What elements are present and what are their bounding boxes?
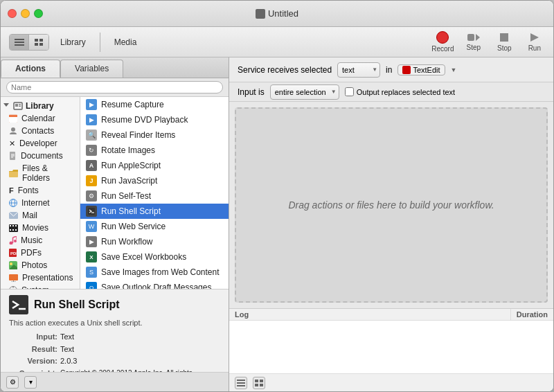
view-toggle	[9, 34, 49, 51]
app-select-wrapper: ▼	[451, 66, 457, 73]
log-view-list-button[interactable]	[235, 377, 247, 389]
expand-icon	[3, 103, 9, 109]
version-label: Version:	[9, 355, 57, 368]
sidebar-item-library[interactable]: Library	[1, 100, 80, 112]
stop-icon	[499, 32, 510, 43]
svg-rect-34	[15, 229, 17, 231]
svg-marker-10	[530, 33, 539, 42]
sidebar-item-photos[interactable]: Photos	[1, 259, 80, 271]
svg-rect-13	[19, 104, 21, 105]
sidebar-item-documents[interactable]: Documents	[1, 150, 80, 162]
svg-rect-66	[260, 384, 263, 386]
run-button[interactable]: Run	[524, 30, 545, 53]
record-button[interactable]: Record	[431, 31, 454, 53]
svg-rect-1	[15, 42, 24, 43]
sidebar-item-developer[interactable]: ✕ Developer	[1, 137, 80, 150]
action-item-selected[interactable]: Run Shell Script	[80, 204, 229, 219]
result-value: Text	[60, 344, 74, 356]
library-icon	[13, 101, 23, 111]
info-header: Run Shell Script	[9, 295, 220, 314]
version-value: 2.0.3	[60, 355, 77, 368]
icon-view-button[interactable]	[29, 35, 48, 50]
stop-button[interactable]: Stop	[493, 30, 516, 53]
action-item[interactable]: W Run Web Service	[80, 219, 229, 234]
action-icon: J	[86, 175, 97, 186]
search-input[interactable]	[6, 81, 223, 93]
input-is-select[interactable]: entire selection each item	[270, 84, 339, 100]
log-icon-view-icon	[255, 380, 263, 386]
action-icon: ▶	[86, 99, 97, 110]
info-row-input: Input: Text	[9, 331, 220, 344]
close-button[interactable]	[8, 9, 17, 18]
sidebar-item-music[interactable]: Music	[1, 234, 80, 247]
action-icon	[86, 206, 97, 217]
action-item[interactable]: ▶ Run Workflow	[80, 234, 229, 249]
movies-icon	[9, 224, 18, 232]
svg-point-18	[11, 127, 15, 132]
action-item[interactable]: S Save Images from Web Content	[80, 265, 229, 280]
sidebar-item-movies[interactable]: Movies	[1, 222, 80, 234]
action-item[interactable]: J Run JavaScript	[80, 173, 229, 188]
stop-label: Stop	[497, 44, 512, 52]
run-label: Run	[528, 44, 541, 52]
sidebar-item-mail[interactable]: Mail	[1, 209, 80, 222]
main-content: Actions Variables	[1, 57, 553, 391]
library-label: Library	[60, 37, 86, 47]
sidebar-item-internet[interactable]: Internet	[1, 197, 80, 209]
input-is-label: Input is	[238, 87, 265, 97]
svg-rect-23	[9, 171, 18, 177]
fonts-icon: F	[9, 186, 14, 195]
sidebar-item-calendar[interactable]: Calendar	[1, 112, 80, 125]
step-button[interactable]: Step	[462, 31, 485, 53]
sidebar-item-pdfs[interactable]: PDF PDFs	[1, 247, 80, 259]
list-view-button[interactable]	[10, 35, 29, 50]
svg-rect-6	[39, 43, 43, 46]
action-item[interactable]: ▶ Resume DVD Playback	[80, 112, 229, 127]
music-icon	[9, 236, 17, 244]
action-item[interactable]: ↻ Rotate Images	[80, 143, 229, 158]
sidebar-item-fonts[interactable]: F Fonts	[1, 184, 80, 197]
info-row-version: Version: 2.0.3	[9, 355, 220, 368]
output-checkbox[interactable]	[345, 87, 354, 96]
log-header: Log Duration	[229, 309, 553, 321]
settings-button[interactable]: ⚙	[6, 376, 19, 389]
input-row: Input is entire selection each item ▼ Ou…	[229, 82, 553, 102]
workflow-placeholder: Drag actions or files here to build your…	[288, 199, 494, 211]
svg-point-39	[14, 240, 17, 242]
sidebar-item-presentations[interactable]: Presentations	[1, 271, 80, 284]
svg-rect-60	[237, 380, 245, 381]
result-label: Result:	[9, 344, 57, 356]
svg-rect-45	[9, 274, 18, 280]
tab-variables[interactable]: Variables	[60, 60, 123, 78]
sidebar: Library Calendar	[1, 97, 80, 289]
action-item[interactable]: X Save Excel Workbooks	[80, 249, 229, 265]
svg-rect-33	[12, 229, 14, 231]
svg-rect-12	[15, 104, 18, 107]
output-checkbox-label[interactable]: Output replaces selected text	[345, 87, 455, 96]
action-icon: O	[86, 282, 97, 289]
service-type-select[interactable]: text files images	[337, 62, 380, 78]
textedit-icon	[402, 66, 411, 74]
action-item[interactable]: ⚙ Run Self-Test	[80, 188, 229, 204]
action-item[interactable]: 🔍 Reveal Finder Items	[80, 127, 229, 143]
sidebar-item-system[interactable]: System	[1, 284, 80, 289]
shell-script-icon	[88, 208, 95, 215]
maximize-button[interactable]	[34, 9, 43, 18]
tab-actions[interactable]: Actions	[1, 60, 60, 78]
minimize-button[interactable]	[21, 9, 30, 18]
sidebar-item-contacts[interactable]: Contacts	[1, 125, 80, 137]
action-item[interactable]: A Run AppleScript	[80, 158, 229, 173]
search-bar	[1, 78, 229, 97]
action-item[interactable]: O Save Outlook Draft Messages	[80, 280, 229, 289]
input-is-wrapper: entire selection each item ▼	[270, 84, 339, 100]
workflow-area[interactable]: Drag actions or files here to build your…	[235, 107, 548, 303]
input-value: Text	[60, 331, 74, 344]
info-toggle-button[interactable]: ▾	[24, 376, 37, 389]
library-label: Library	[26, 101, 54, 111]
svg-rect-14	[19, 106, 21, 107]
info-title: Run Shell Script	[34, 299, 120, 311]
sidebar-item-files[interactable]: Files & Folders	[1, 162, 80, 184]
pdfs-icon: PDF	[9, 249, 17, 257]
log-view-icon-button[interactable]	[253, 377, 265, 389]
action-item[interactable]: ▶ Resume Capture	[80, 97, 229, 112]
